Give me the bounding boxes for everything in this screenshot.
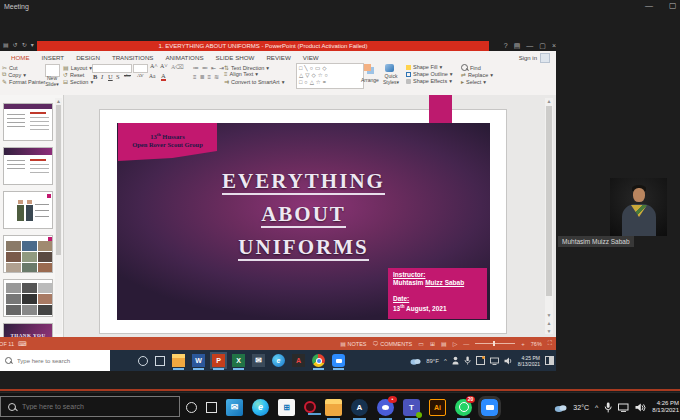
whatsapp-icon[interactable]: 20: [455, 399, 472, 416]
editor-scrollbar-thumb[interactable]: [546, 106, 552, 296]
notes-button[interactable]: ▤ NOTES: [340, 340, 366, 347]
shape-fill-button[interactable]: Shape Fill▾: [406, 64, 442, 70]
opera-icon[interactable]: [304, 401, 316, 413]
scroll-up-icon[interactable]: ▲: [545, 98, 553, 104]
mail-icon[interactable]: ✉: [226, 399, 243, 416]
quick-styles-button[interactable]: Quick Styles▾: [382, 74, 400, 85]
network-icon[interactable]: [618, 403, 629, 412]
text-shadow-button[interactable]: S: [116, 73, 120, 80]
shapes-gallery[interactable]: □╲○▭◇△▽◇☆○□○△☆=: [296, 63, 364, 89]
edge-icon[interactable]: e: [272, 354, 285, 367]
excel-icon[interactable]: X: [232, 354, 245, 367]
convert-smartart-button[interactable]: ⇉Convert to SmartArt▾: [224, 78, 284, 85]
zoom-out-icon[interactable]: —: [463, 341, 469, 347]
change-case-button[interactable]: Aa: [149, 73, 155, 79]
teams-icon[interactable]: T: [403, 399, 420, 416]
normal-view-icon[interactable]: ▭: [418, 340, 424, 347]
reading-view-icon[interactable]: ▤: [441, 340, 447, 347]
section-button[interactable]: ⊟Section▾: [63, 78, 93, 85]
previous-slide-icon[interactable]: ▲: [545, 320, 553, 326]
font-size-select[interactable]: [133, 64, 148, 73]
find-button[interactable]: Find: [461, 64, 481, 71]
tab-home[interactable]: HOME: [11, 54, 30, 61]
bullets-numbering-icons[interactable]: ≔≕⇤⇥: [193, 64, 227, 71]
tab-animations[interactable]: ANIMATIONS: [165, 54, 203, 61]
new-slide-button[interactable]: New Slide▾: [43, 76, 61, 87]
layout-button[interactable]: ▤Layout▾: [63, 64, 92, 71]
taskbar-search-input[interactable]: [20, 402, 164, 411]
shared-search-input[interactable]: [15, 357, 105, 365]
cortana-icon[interactable]: [138, 356, 148, 366]
notification-center-icon[interactable]: [545, 356, 554, 365]
slide-thumbnail-4[interactable]: [3, 235, 53, 273]
clock[interactable]: 4:26 PM8/13/2021: [652, 400, 679, 414]
fit-slide-icon[interactable]: ⛶: [548, 340, 552, 347]
task-view-icon[interactable]: [155, 356, 165, 366]
word-icon[interactable]: W: [192, 354, 205, 367]
shape-effects-button[interactable]: Shape Effects▾: [406, 78, 452, 84]
alignment-icons[interactable]: ≡≣≡≋: [193, 73, 222, 80]
shape-outline-button[interactable]: Shape Outline▾: [406, 71, 453, 77]
editor-scrollbar[interactable]: ▲ ▼ ▲ ▼: [545, 98, 553, 334]
ppt-minimize-icon[interactable]: —: [526, 41, 533, 51]
zoom-level[interactable]: 76%: [531, 341, 542, 347]
zoom-slider-thumb[interactable]: [493, 341, 495, 346]
chrome-icon[interactable]: [312, 354, 325, 367]
weather-icon[interactable]: [554, 403, 567, 412]
a-app-icon[interactable]: A: [351, 399, 368, 416]
slide-sorter-icon[interactable]: ⊞: [430, 340, 435, 347]
temperature-label[interactable]: 89°F: [426, 358, 439, 364]
zoom-in-icon[interactable]: +: [521, 341, 525, 347]
task-view-icon[interactable]: [206, 402, 217, 413]
slideshow-icon[interactable]: ▷: [453, 340, 458, 347]
zoom-slider[interactable]: [475, 343, 515, 344]
text-direction-button[interactable]: ⇅Text Direction▾: [224, 64, 269, 71]
ppt-close-icon[interactable]: ×: [552, 41, 556, 51]
slide-canvas[interactable]: 13th Hussars Open Rover Scout Group EVER…: [100, 110, 506, 333]
font-name-select[interactable]: [92, 64, 132, 73]
powerpoint-icon[interactable]: P: [212, 354, 225, 367]
ribbon-options-icon[interactable]: ▤: [514, 41, 521, 51]
grow-font-button[interactable]: A˄: [150, 63, 158, 69]
minimize-icon[interactable]: —: [645, 1, 653, 11]
italic-button[interactable]: I: [101, 73, 103, 80]
hidden-icons-chevron[interactable]: ^: [444, 358, 447, 364]
speaker-icon[interactable]: [504, 357, 513, 365]
select-button[interactable]: ▸Select▾: [461, 78, 486, 85]
zoom-app-icon[interactable]: [481, 399, 498, 416]
maximize-icon[interactable]: ▢: [669, 1, 677, 11]
next-slide-icon[interactable]: ▼: [545, 328, 553, 334]
slide-thumbnail-3[interactable]: [3, 191, 53, 229]
cut-button[interactable]: ✂Cut: [2, 64, 18, 71]
ms-store-icon[interactable]: ⊞: [278, 399, 295, 416]
thumbnail-scrollbar-thumb[interactable]: [56, 105, 61, 255]
slide-thumbnail-5[interactable]: [3, 279, 53, 317]
participant-video-tile[interactable]: [610, 178, 667, 236]
arrange-button[interactable]: Arrange: [361, 77, 379, 83]
replace-button[interactable]: ⇄Replace▾: [461, 71, 493, 78]
help-icon[interactable]: ?: [504, 41, 508, 51]
quick-access-toolbar[interactable]: ▤↺↻▾: [3, 41, 38, 48]
comments-button[interactable]: 🗨 COMMENTS: [373, 341, 413, 347]
app-status-icon[interactable]: [476, 356, 485, 365]
reset-button[interactable]: ↺Reset: [63, 71, 84, 78]
microphone-icon[interactable]: [464, 356, 471, 365]
file-explorer-icon[interactable]: [325, 399, 342, 416]
tab-view[interactable]: VIEW: [303, 54, 319, 61]
taskbar-search-box[interactable]: [0, 396, 180, 417]
slide-thumbnail-2[interactable]: [3, 147, 53, 185]
tab-transitions[interactable]: TRANSITIONS: [112, 54, 154, 61]
temperature-label[interactable]: 32°C: [573, 404, 589, 411]
font-color-button[interactable]: A: [161, 73, 166, 81]
file-explorer-icon[interactable]: [172, 354, 185, 367]
scroll-down-icon[interactable]: ▼: [545, 312, 553, 318]
align-text-button[interactable]: ≡Align Text▾: [224, 71, 258, 77]
shared-clock[interactable]: 4:25 PM8/13/2021: [518, 355, 540, 367]
mail-icon[interactable]: ✉: [252, 354, 265, 367]
adobe-icon[interactable]: A: [292, 354, 305, 367]
scroll-up-icon[interactable]: ▲: [55, 98, 62, 104]
strikethrough-button[interactable]: abc: [124, 73, 131, 78]
clear-formatting-button[interactable]: A⌫: [171, 63, 184, 70]
tab-insert[interactable]: INSERT: [42, 54, 65, 61]
slide-thumbnail-1[interactable]: [3, 103, 53, 141]
